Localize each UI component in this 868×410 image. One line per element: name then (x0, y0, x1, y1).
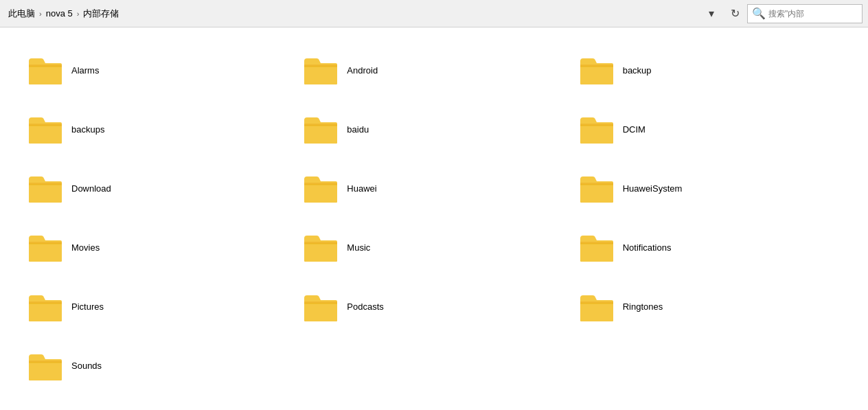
folder-icon (27, 172, 63, 204)
folder-icon (303, 113, 339, 145)
search-box[interactable]: 🔍 (747, 4, 863, 23)
breadcrumb-sep-1: › (39, 10, 42, 18)
dropdown-button[interactable]: ▾ (700, 4, 722, 23)
folder-icon (579, 172, 615, 204)
folder-name: Sounds (71, 361, 102, 371)
folder-icon (579, 113, 615, 145)
folder-item[interactable]: Huawei (296, 159, 571, 217)
folder-item[interactable]: Ringtones (572, 278, 847, 336)
folder-icon (27, 113, 63, 145)
folder-icon (27, 350, 63, 382)
folder-item[interactable]: backups (21, 100, 296, 158)
folder-icon (579, 291, 615, 323)
folder-name: Download (71, 183, 111, 194)
search-input[interactable] (768, 9, 858, 19)
folder-item[interactable]: Notifications (572, 218, 847, 276)
folder-icon (27, 54, 63, 86)
breadcrumb-sep-2: › (77, 10, 80, 18)
breadcrumb-nova5[interactable]: nova 5 (43, 7, 76, 20)
folder-name: Android (347, 65, 378, 76)
folder-item[interactable]: Sounds (21, 337, 296, 395)
folder-item[interactable]: Alarms (21, 41, 296, 99)
folder-name: DCIM (623, 124, 646, 135)
folder-icon (579, 54, 615, 86)
folder-item[interactable]: DCIM (572, 100, 847, 158)
folder-name: Alarms (71, 65, 99, 76)
folder-name: Music (347, 242, 370, 253)
folder-name: baidu (347, 124, 369, 135)
folder-name: backups (71, 124, 104, 135)
folder-name: Movies (71, 242, 100, 253)
folder-name: HuaweiSystem (623, 183, 683, 194)
folder-icon (303, 54, 339, 86)
folder-item[interactable]: Podcasts (296, 278, 571, 336)
folder-item[interactable]: Movies (21, 218, 296, 276)
folder-item[interactable]: Music (296, 218, 571, 276)
folder-name: backup (623, 65, 652, 76)
folder-icon (27, 231, 63, 263)
folder-grid: Alarms Android (0, 27, 868, 410)
breadcrumb-storage[interactable]: 内部存储 (80, 6, 122, 21)
folder-item[interactable]: HuaweiSystem (572, 159, 847, 217)
folder-item[interactable]: Download (21, 159, 296, 217)
folder-item[interactable]: backup (572, 41, 847, 99)
folder-item[interactable]: Pictures (21, 278, 296, 336)
address-bar: 此电脑 › nova 5 › 内部存储 ▾ ↻ 🔍 (0, 0, 868, 27)
folder-icon (27, 291, 63, 323)
search-icon: 🔍 (752, 7, 766, 20)
refresh-button[interactable]: ↻ (724, 4, 746, 23)
folder-icon (303, 172, 339, 204)
folder-item[interactable]: Android (296, 41, 571, 99)
folder-icon (303, 231, 339, 263)
folder-icon (303, 291, 339, 323)
folder-icon (579, 231, 615, 263)
breadcrumb-pc[interactable]: 此电脑 (5, 6, 38, 21)
folder-name: Podcasts (347, 301, 383, 312)
folder-name: Notifications (623, 242, 672, 253)
folder-name: Huawei (347, 183, 376, 194)
folder-name: Ringtones (623, 301, 663, 312)
folder-item[interactable]: baidu (296, 100, 571, 158)
folder-name: Pictures (71, 301, 104, 312)
address-bar-actions: ▾ ↻ 🔍 (700, 4, 863, 23)
breadcrumb: 此电脑 › nova 5 › 内部存储 (5, 6, 698, 21)
